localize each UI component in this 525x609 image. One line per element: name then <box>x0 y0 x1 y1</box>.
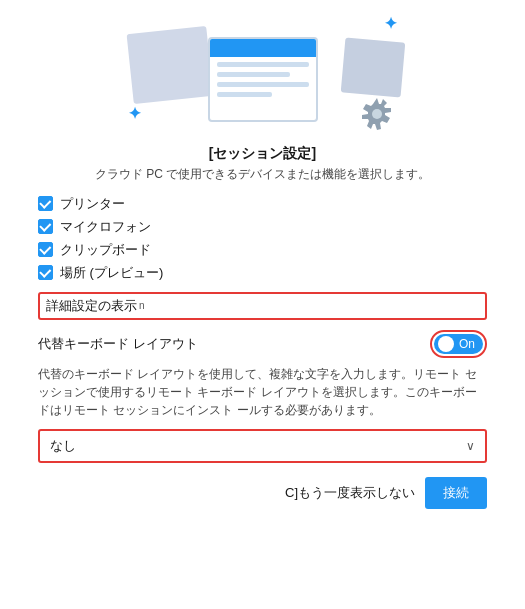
illus-shadow-right <box>341 37 406 97</box>
description-text: 代替のキーボード レイアウトを使用して、複雑な文字を入力します。リモート セッシ… <box>38 365 487 419</box>
checkbox-location[interactable]: 場所 (プレビュー) <box>38 264 487 282</box>
illustration-area: ✦ ✦ <box>0 0 525 145</box>
toggle-knob <box>438 336 454 352</box>
checkbox-clipboard-box[interactable] <box>38 242 53 257</box>
plus-icon-left: ✦ <box>128 104 141 123</box>
dropdown-value: なし <box>50 437 76 455</box>
toggle-container[interactable]: On <box>430 330 487 358</box>
page-subtitle: クラウド PC で使用できるデバイスまたは機能を選択します。 <box>38 166 487 183</box>
keyboard-layout-label: 代替キーボード レイアウト <box>38 335 198 353</box>
gear-icon <box>359 96 395 135</box>
toggle-switch[interactable]: On <box>434 334 483 354</box>
toggle-text: On <box>459 337 475 351</box>
content-area: [セッション設定] クラウド PC で使用できるデバイスまたは機能を選択します。… <box>0 145 525 477</box>
checkbox-microphone[interactable]: マイクロフォン <box>38 218 487 236</box>
advanced-toggle-row[interactable]: 詳細設定の表示 n <box>38 292 487 320</box>
advanced-toggle-label: 詳細設定の表示 <box>46 297 137 315</box>
checkbox-printer-label: プリンター <box>60 195 125 213</box>
dropdown-arrow-icon: ∨ <box>466 439 475 453</box>
checkbox-clipboard-label: クリップボード <box>60 241 151 259</box>
checkbox-clipboard[interactable]: クリップボード <box>38 241 487 259</box>
advanced-toggle-caret: n <box>139 300 145 311</box>
keyboard-layout-row: 代替キーボード レイアウト On <box>38 330 487 358</box>
illus-line-1 <box>217 62 309 67</box>
illus-top-bar <box>210 39 316 57</box>
keyboard-dropdown[interactable]: なし ∨ <box>38 429 487 463</box>
checkbox-printer-box[interactable] <box>38 196 53 211</box>
illus-main <box>208 37 318 122</box>
connect-button[interactable]: 接続 <box>425 477 487 509</box>
illus-lines <box>210 57 316 102</box>
plus-icon-top: ✦ <box>384 14 397 33</box>
illus-line-4 <box>217 92 272 97</box>
checkbox-list: プリンター マイクロフォン クリップボード 場所 (プレビュー) <box>38 195 487 282</box>
checkbox-microphone-label: マイクロフォン <box>60 218 151 236</box>
illus-line-2 <box>217 72 291 77</box>
illus-shadow-left <box>127 26 214 104</box>
page-title: [セッション設定] <box>38 145 487 163</box>
checkbox-microphone-box[interactable] <box>38 219 53 234</box>
checkbox-printer[interactable]: プリンター <box>38 195 487 213</box>
illus-line-3 <box>217 82 309 87</box>
checkbox-location-label: 場所 (プレビュー) <box>60 264 163 282</box>
footer-row: C]もう一度表示しない 接続 <box>0 477 525 509</box>
dont-show-again-link[interactable]: C]もう一度表示しない <box>285 484 415 502</box>
checkbox-location-box[interactable] <box>38 265 53 280</box>
svg-point-1 <box>372 109 382 119</box>
